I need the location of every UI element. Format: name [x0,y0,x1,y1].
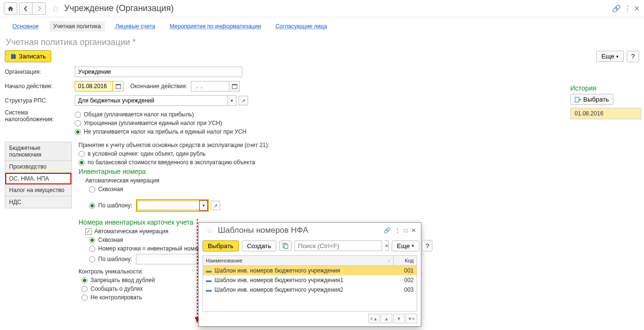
start-date-calendar-icon[interactable] [113,81,124,91]
leftnav-vat[interactable]: НДС [5,196,71,208]
org-label: Организация: [5,68,75,75]
os-opt2-radio[interactable] [79,159,85,166]
history-title: История [570,84,641,92]
tab-policy[interactable]: Учетная политика [49,21,105,32]
table-row[interactable]: ▬Шаблон инв. номеров бюджетного учрежден… [203,285,417,295]
left-nav: Бюджетные полномочия Производство ОС, НМ… [5,142,72,208]
nav-up-icon[interactable]: ▲ [381,314,392,323]
tab-approvers[interactable]: Согласующие лица [271,21,331,32]
popup-help-button[interactable]: ? [422,240,432,251]
tax-general-radio[interactable] [75,112,81,118]
end-date-label: Окончание действия: [130,83,187,90]
nav-first-icon[interactable]: ≡▲ [368,314,380,323]
auto-num-label: Автоматическая нумерация [85,177,635,184]
inv-template-radio[interactable] [89,203,95,209]
save-button-label: Записать [19,53,46,60]
start-date-label: Начало действия: [5,83,75,90]
start-date-input[interactable] [75,81,113,91]
svg-rect-3 [232,84,237,85]
col-code-header[interactable]: Код [394,256,417,265]
org-input[interactable] [75,67,242,77]
popup-search-input[interactable] [294,240,382,251]
popup-create-button[interactable]: Создать [242,240,277,251]
more-button[interactable]: Еще ▾ [596,51,624,62]
table-row[interactable]: ▬Шаблон инв. номеров бюджетного учрежден… [203,266,417,275]
popup-more-button[interactable]: Еще▾ [392,240,419,251]
forward-button[interactable] [33,2,46,15]
inv-template-dropdown-icon[interactable]: ▾ [199,200,208,211]
popup-close-icon[interactable]: ✕ [411,227,416,234]
popup-copy-button[interactable] [279,240,292,251]
popup-star-icon[interactable]: ☆ [206,226,213,235]
nav-down-icon[interactable]: ▼ [393,314,405,323]
svg-rect-6 [575,97,579,102]
popup-kebab-icon[interactable]: ⋮ [395,227,400,234]
end-date-input[interactable] [191,81,229,91]
inv-template-input[interactable] [137,201,199,210]
os-opt1-radio[interactable] [79,151,85,157]
history-item[interactable]: 01.08.2016 [571,108,641,119]
inv-template-open-icon[interactable]: ↗ [211,201,220,210]
rps-open-icon[interactable]: ↗ [238,96,248,105]
cards-through-radio[interactable] [89,237,95,243]
leftnav-production[interactable]: Производство [5,161,71,173]
link-icon[interactable]: 🔗 [612,4,621,13]
cards-auto-check[interactable]: ✓ [85,228,91,235]
leftnav-budget[interactable]: Бюджетные полномочия [5,142,71,161]
leftnav-property[interactable]: Налог на имущество [5,184,71,196]
tab-accounts[interactable]: Лицевые счета [112,21,159,32]
cards-tmpl-input[interactable] [136,254,198,264]
home-button[interactable] [4,2,17,15]
tab-main[interactable]: Основное [9,21,43,32]
history-select-button[interactable]: Выбрать [570,94,613,105]
page-title: Учреждение (Организация) [64,3,174,13]
templates-popup: ☆ Шаблоны номеров НФА 🔗 ⋮ □ ✕ Выбрать Со… [198,222,421,327]
tax-label: Система налогообложения: [5,109,75,123]
ctrl-warn-radio[interactable] [81,286,88,292]
popup-search-clear-icon[interactable]: × [385,240,388,251]
nav-tabs: Основное Учетная политика Лицевые счета … [0,17,644,34]
svg-rect-8 [284,244,288,249]
os-heading: Принятие к учету объектов основных средс… [79,142,635,148]
favorite-star-icon[interactable]: ☆ [52,3,59,14]
help-button[interactable]: ? [627,51,639,62]
rps-dropdown-icon[interactable]: ▾ [228,95,237,106]
history-pane: История Выбрать 01.08.2016 [570,84,641,119]
close-icon[interactable]: ✕ [634,4,640,13]
end-date-calendar-icon[interactable] [229,81,240,91]
sort-icon: ↓ [388,258,390,263]
inv-through-radio[interactable] [89,186,95,193]
section-title: Учетная политика организации * [0,34,644,48]
leftnav-os[interactable]: ОС, НМА, НПА [5,173,71,184]
back-button[interactable] [19,2,33,15]
popup-maximize-icon[interactable]: □ [404,227,407,234]
popup-select-button[interactable]: Выбрать [203,240,239,251]
tax-simplified-radio[interactable] [75,120,81,126]
cards-tmpl-radio[interactable] [89,256,95,262]
kebab-icon[interactable]: ⋮ [624,4,631,13]
table-row[interactable]: ▬Шаблон инв. номеров бюджетного учрежден… [203,275,417,285]
nav-last-icon[interactable]: ▼≡ [406,314,417,323]
ctrl-none-radio[interactable] [81,295,88,301]
cards-eq-radio[interactable] [89,246,95,252]
tab-events[interactable]: Мероприятия по информатизации [166,21,265,32]
tax-none-radio[interactable] [75,129,81,135]
popup-link-icon[interactable]: 🔗 [384,227,391,234]
ctrl-forbid-radio[interactable] [81,277,88,284]
svg-rect-1 [116,84,121,85]
rps-label: Структура РПС: [5,97,75,104]
save-button[interactable]: Записать [5,50,51,62]
col-name-header[interactable]: Наименование↓ [203,256,394,265]
popup-title: Шаблоны номеров НФА [218,226,308,235]
inv-title: Инвентарные номера [79,168,635,175]
rps-select[interactable] [75,95,228,106]
